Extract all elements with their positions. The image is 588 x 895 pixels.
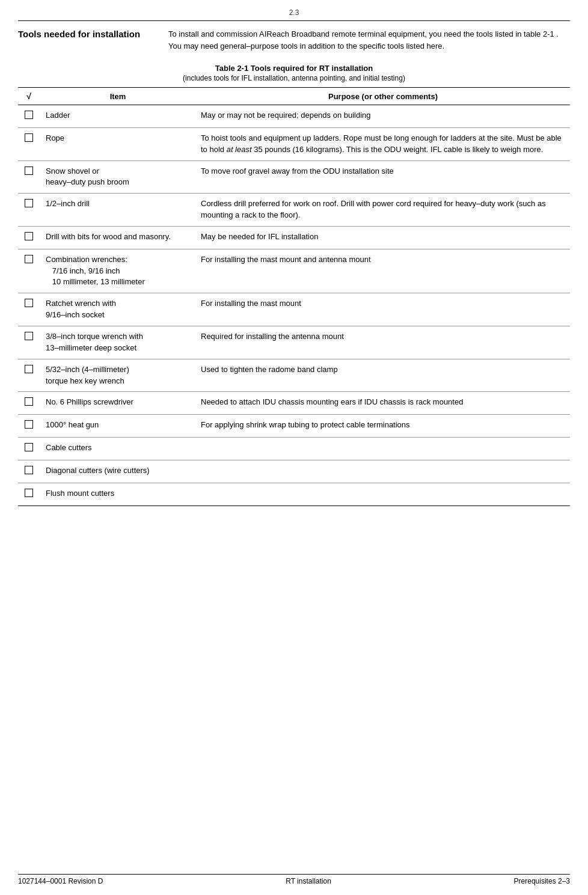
checkbox[interactable] bbox=[25, 255, 33, 263]
item-cell: Rope bbox=[40, 127, 196, 160]
tools-table: √ Item Purpose (or other comments) Ladde… bbox=[18, 87, 570, 506]
checkbox-cell bbox=[18, 460, 40, 483]
checkbox[interactable] bbox=[25, 166, 33, 175]
purpose-cell: Cordless drill preferred for work on roo… bbox=[196, 194, 570, 227]
checkbox-cell bbox=[18, 226, 40, 249]
item-cell: Ladder bbox=[40, 105, 196, 128]
table-row: No. 6 Phillips screwdriver Needed to att… bbox=[18, 392, 570, 415]
section-number: 2.3 bbox=[18, 6, 570, 21]
col-purpose-header: Purpose (or other comments) bbox=[196, 88, 570, 105]
section-title: Tools needed for installation bbox=[18, 28, 150, 52]
table-row: Combination wrenches: 7/16 inch, 9/16 in… bbox=[18, 249, 570, 293]
purpose-cell bbox=[196, 438, 570, 460]
item-cell: Diagonal cutters (wire cutters) bbox=[40, 460, 196, 483]
footer-left: 1027144–0001 Revision D bbox=[18, 877, 103, 885]
table-row: Diagonal cutters (wire cutters) bbox=[18, 460, 570, 483]
purpose-cell bbox=[196, 483, 570, 506]
checkbox-cell bbox=[18, 249, 40, 293]
table-row: 1/2–inch drill Cordless drill preferred … bbox=[18, 194, 570, 227]
table-subtitle: (includes tools for IFL installation, an… bbox=[18, 74, 570, 82]
col-item-header: Item bbox=[40, 88, 196, 105]
item-cell: 3/8–inch torque wrench with13–millimeter… bbox=[40, 326, 196, 359]
item-cell: Cable cutters bbox=[40, 438, 196, 460]
col-check-header: √ bbox=[18, 88, 40, 105]
table-header-row: √ Item Purpose (or other comments) bbox=[18, 88, 570, 105]
table-row: 5/32–inch (4–millimeter)torque hex key w… bbox=[18, 359, 570, 392]
purpose-cell: For installing the mast mount bbox=[196, 293, 570, 326]
checkbox-cell bbox=[18, 105, 40, 128]
item-cell: Ratchet wrench with9/16–inch socket bbox=[40, 293, 196, 326]
checkbox[interactable] bbox=[25, 299, 33, 307]
item-cell: 1/2–inch drill bbox=[40, 194, 196, 227]
item-cell: Drill with bits for wood and masonry. bbox=[40, 226, 196, 249]
checkbox[interactable] bbox=[25, 443, 33, 451]
table-row: Snow shovel orheavy–duty push broom To m… bbox=[18, 160, 570, 194]
checkbox-cell bbox=[18, 160, 40, 194]
item-cell: Flush mount cutters bbox=[40, 483, 196, 506]
table-row: Ratchet wrench with9/16–inch socket For … bbox=[18, 293, 570, 326]
item-cell-heat-gun: 1000° heat gun bbox=[40, 415, 196, 438]
checkbox[interactable] bbox=[25, 466, 33, 474]
footer-right: Prerequisites 2–3 bbox=[514, 877, 570, 885]
purpose-cell: Used to tighten the radome band clamp bbox=[196, 359, 570, 392]
purpose-cell bbox=[196, 460, 570, 483]
checkbox-cell bbox=[18, 438, 40, 460]
page-footer: 1027144–0001 Revision D RT installation … bbox=[18, 874, 570, 885]
checkbox[interactable] bbox=[25, 365, 33, 373]
section-description: To install and commission AIReach Broadb… bbox=[168, 28, 570, 52]
checkbox-cell bbox=[18, 392, 40, 415]
section-header: Tools needed for installation To install… bbox=[18, 28, 570, 52]
item-cell: 5/32–inch (4–millimeter)torque hex key w… bbox=[40, 359, 196, 392]
checkbox-cell bbox=[18, 359, 40, 392]
checkbox[interactable] bbox=[25, 111, 33, 119]
purpose-cell: Needed to attach IDU chassis mounting ea… bbox=[196, 392, 570, 415]
checkbox-cell bbox=[18, 483, 40, 506]
item-cell: Combination wrenches: 7/16 inch, 9/16 in… bbox=[40, 249, 196, 293]
checkbox[interactable] bbox=[25, 133, 33, 142]
table-row: Rope To hoist tools and equipment up lad… bbox=[18, 127, 570, 160]
checkbox-cell bbox=[18, 326, 40, 359]
checkbox[interactable] bbox=[25, 397, 33, 406]
table-container: Table 2-1 Tools required for RT installa… bbox=[18, 64, 570, 506]
purpose-cell: May be needed for IFL installation bbox=[196, 226, 570, 249]
purpose-cell: For installing the mast mount and antenn… bbox=[196, 249, 570, 293]
checkbox-cell bbox=[18, 293, 40, 326]
page-container: 2.3 Tools needed for installation To ins… bbox=[0, 0, 588, 895]
table-row: 1000° heat gun For applying shrink wrap … bbox=[18, 415, 570, 438]
purpose-cell: To move roof gravel away from the ODU in… bbox=[196, 160, 570, 194]
checkbox[interactable] bbox=[25, 199, 33, 207]
table-row: Flush mount cutters bbox=[18, 483, 570, 506]
table-row: Ladder May or may not be required; depen… bbox=[18, 105, 570, 128]
purpose-cell: For applying shrink wrap tubing to prote… bbox=[196, 415, 570, 438]
table-title: Table 2-1 Tools required for RT installa… bbox=[18, 64, 570, 73]
checkbox-cell bbox=[18, 194, 40, 227]
table-row: 3/8–inch torque wrench with13–millimeter… bbox=[18, 326, 570, 359]
checkbox[interactable] bbox=[25, 420, 33, 429]
checkbox[interactable] bbox=[25, 332, 33, 340]
table-row: Cable cutters bbox=[18, 438, 570, 460]
item-cell: No. 6 Phillips screwdriver bbox=[40, 392, 196, 415]
purpose-cell: May or may not be required; depends on b… bbox=[196, 105, 570, 128]
checkbox[interactable] bbox=[25, 489, 33, 497]
purpose-cell: To hoist tools and equipment up ladders.… bbox=[196, 127, 570, 160]
table-row: Drill with bits for wood and masonry. Ma… bbox=[18, 226, 570, 249]
checkbox-cell bbox=[18, 127, 40, 160]
checkbox-cell bbox=[18, 415, 40, 438]
footer-center: RT installation bbox=[286, 877, 331, 885]
checkbox[interactable] bbox=[25, 232, 33, 240]
item-cell: Snow shovel orheavy–duty push broom bbox=[40, 160, 196, 194]
purpose-cell: Required for installing the antenna moun… bbox=[196, 326, 570, 359]
